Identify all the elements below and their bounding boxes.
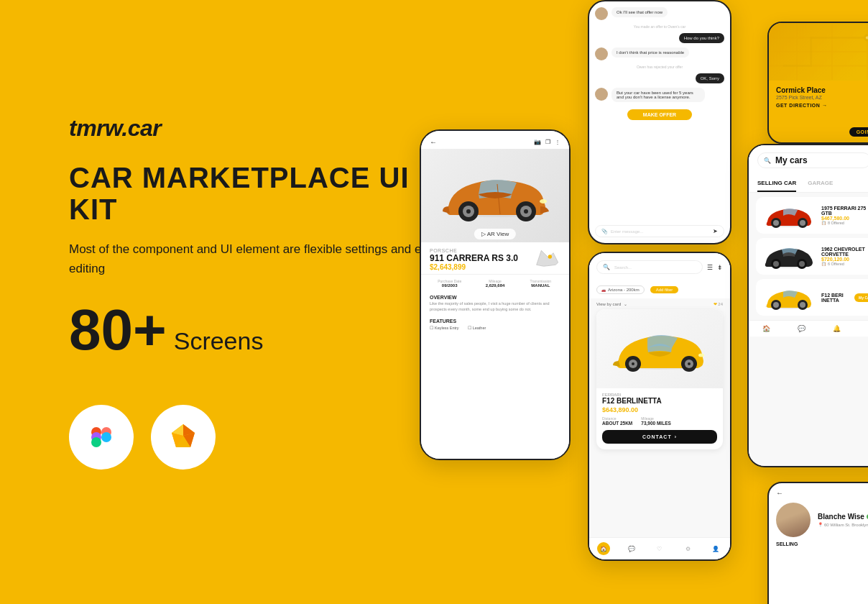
listing-filter: 🚗 Arizona - 200km Add filter [589, 281, 730, 298]
svg-point-16 [524, 209, 528, 214]
profile-selling-label: SELLING [769, 541, 868, 546]
location-pin-icon: 📍 [818, 522, 823, 527]
phone-profile: ← Blanche Wise 📍 60 William St. Brooklyn… [767, 482, 868, 604]
offer-icon-2: 📋 [821, 262, 826, 266]
filter-icon[interactable]: ☰ [707, 264, 713, 271]
my-car-name-1: 1975 FERRARI 275 GTB [821, 206, 868, 216]
search-input[interactable]: Search... [614, 265, 632, 270]
add-filter-button[interactable]: Add filter [650, 286, 679, 293]
tab-garage[interactable]: GARAGE [808, 175, 833, 192]
phone-header-1: ← 📷 ❐ ⋮ [421, 131, 569, 149]
share-icon[interactable]: ⇟ [717, 264, 723, 271]
svg-point-37 [773, 220, 779, 226]
make-offer-button[interactable]: MAKE OFFER [627, 109, 692, 120]
my-car-item-2[interactable]: 1962 CHEVROLET CORVETTE $720,120.00 📋 6 … [756, 238, 868, 275]
brand-title: tmrw.car [69, 115, 443, 142]
my-car-info-1: 1975 FERRARI 275 GTB $467,580.00 📋 8 Off… [821, 206, 868, 225]
car-info: PORSCHE 911 CARRERA RS 3.0 $2,643,899 [421, 242, 569, 271]
mycars-bottom-nav: 🏠 💬 🔔 👤 [749, 320, 868, 337]
chevron-down-icon: ⌄ [624, 301, 627, 306]
messages-icon: 💬 [628, 546, 635, 552]
phone-chat: Ok I'll see that offer now You made an o… [588, 0, 731, 244]
figma-icon [86, 421, 117, 453]
chat-input-field[interactable]: Enter message... [611, 229, 710, 234]
chat-input-area[interactable]: 📎 Enter message... ➤ [595, 225, 724, 237]
direction-info: Cormick Place 2575 Pick Street, AZ GET D… [769, 81, 868, 114]
phone-screen-1: ← 📷 ❐ ⋮ [421, 131, 569, 459]
view-by-selector[interactable]: View by card ⌄ ❤ 24 [589, 298, 730, 309]
car-specs: Purchase Date 09/2003 Mileage 2,629,684 … [421, 274, 569, 292]
profile-icon: 👤 [712, 546, 719, 552]
profile-header: ← [769, 483, 868, 503]
mycars-nav-bell[interactable]: 🔔 [833, 325, 841, 332]
mycars-content: 🔍 My cars ⚙ SELLING CAR GARAGE [749, 145, 868, 466]
profile-name: Blanche Wise [818, 513, 868, 521]
my-car-item-1[interactable]: 1975 FERRARI 275 GTB $467,580.00 📋 8 Off… [756, 197, 868, 234]
nav-profile[interactable]: 👤 [709, 542, 722, 555]
my-car-name-2: 1962 CHEVROLET CORVETTE [821, 247, 868, 257]
car-listing-card[interactable]: FERRARI F12 BERLINETTA $643,890.00 Dista… [596, 309, 723, 449]
svg-point-39 [800, 220, 805, 226]
svg-point-47 [773, 302, 779, 308]
mycars-nav-chat[interactable]: 💬 [798, 325, 805, 332]
spec-purchase-date: Purchase Date 09/2003 [430, 279, 469, 288]
chat-message-received-1: Ok I'll see that offer now [595, 7, 724, 20]
stat-distance: Distance ABOUT 25KM [602, 416, 632, 426]
tab-selling-car[interactable]: SELLING CAR [757, 175, 796, 192]
feature-leather: ☐Leather [468, 326, 486, 330]
mycars-nav-home[interactable]: 🏠 [762, 325, 770, 332]
offer-icon: 📋 [821, 221, 826, 225]
chat-avatar-3 [595, 88, 608, 101]
phone-listing: 🔍 Search... ☰ ⇟ 🚗 Arizona - 200km Add fi… [588, 252, 731, 561]
svg-point-42 [773, 261, 779, 267]
location-filter[interactable]: 🚗 Arizona - 200km [596, 285, 645, 294]
car-overview: OVERVIEW Like the majority of sales peop… [421, 292, 569, 315]
left-section: tmrw.car CAR MARKETPLACE UI KIT Most of … [69, 115, 443, 470]
chat-message-sent-2: OK, Sorry [595, 73, 724, 83]
nav-favorites[interactable]: ♡ [653, 542, 666, 555]
car-model: 911 CARRERA RS 3.0 [430, 253, 518, 263]
chat-bubble-3: But your car have been used for 5 years … [611, 88, 705, 102]
send-icon[interactable]: ➤ [713, 228, 718, 234]
features-list: ☐Keyless Entry ☐Leather [430, 326, 560, 330]
chat-avatar-2 [595, 47, 608, 60]
figma-logo-circle [69, 405, 134, 470]
svg-point-13 [466, 209, 471, 214]
my-car-item-3[interactable]: F12 BERI INETTA My Ca... [756, 279, 868, 316]
svg-point-49 [800, 302, 805, 308]
chat-system-2: Owen has rejected your offer [595, 65, 724, 69]
spec-transmission: Transmission MANUAL [521, 279, 560, 288]
my-car-info-3: F12 BERI INETTA [821, 293, 849, 303]
nav-messages[interactable]: 💬 [625, 542, 638, 555]
chat-bubble-2: I don't think that price is reasonable [611, 47, 689, 58]
profile-info: Blanche Wise 📍 60 William St. Brooklyn, … [818, 513, 868, 527]
get-direction-button[interactable]: GET DIRECTION → [776, 103, 868, 108]
ar-view-button[interactable]: ▷ AR View [474, 229, 516, 239]
my-cars-button[interactable]: My Ca... [854, 293, 868, 302]
nav-settings[interactable]: ⚙ [681, 542, 694, 555]
map-background: 2 [769, 23, 868, 81]
profile-avatar-image [776, 503, 811, 537]
stat-mileage: Mileage 73,900 MILES [641, 416, 671, 426]
bottom-navigation: 🏠 💬 ♡ ⚙ 👤 [589, 537, 730, 559]
search-icon[interactable]: 🔍 [603, 264, 610, 270]
car-card-image [596, 309, 723, 388]
screens-label: Screens [174, 327, 264, 355]
porsche-car-image [434, 167, 556, 224]
heart-icon: ❤ [714, 302, 717, 306]
make-offer-container: MAKE OFFER [595, 106, 724, 123]
my-car-offers-2: 📋 6 Offered [821, 262, 868, 266]
arrow-icon: → [822, 103, 828, 108]
my-car-image-2 [762, 244, 816, 269]
going-badge: GOING → [849, 127, 868, 137]
nav-market[interactable]: 🏠 [597, 542, 610, 555]
settings-icon: ⚙ [685, 546, 691, 552]
back-arrow-icon[interactable]: ← [776, 489, 783, 497]
profile-avatar [776, 503, 811, 537]
listing-header: 🔍 Search... ☰ ⇟ [589, 253, 730, 281]
contact-button[interactable]: CONTACT › [602, 430, 717, 444]
chat-system-1: You made an offer to Owen's car [595, 24, 724, 29]
mycars-search-icon[interactable]: 🔍 [764, 157, 771, 164]
svg-point-17 [540, 199, 547, 203]
profile-location: 📍 60 William St. Brooklyn, NY 1 [818, 522, 868, 527]
